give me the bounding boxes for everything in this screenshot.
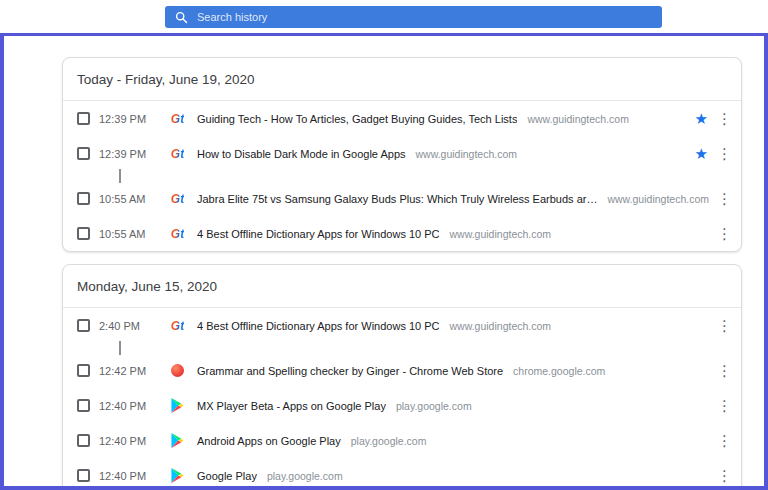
row-checkbox[interactable] bbox=[77, 399, 90, 412]
search-bar bbox=[165, 6, 662, 28]
row-checkbox[interactable] bbox=[77, 192, 90, 205]
site-domain: www.guidingtech.com bbox=[416, 148, 518, 160]
more-menu-icon[interactable]: ⋮ bbox=[717, 398, 731, 413]
row-checkbox[interactable] bbox=[77, 227, 90, 240]
history-content: Today - Friday, June 19, 2020 12:39 PM G… bbox=[0, 33, 768, 490]
history-link[interactable]: Jabra Elite 75t vs Samsung Galaxy Buds P… bbox=[197, 193, 597, 205]
visit-time: 2:40 PM bbox=[99, 320, 161, 332]
site-domain: www.guidingtech.com bbox=[450, 228, 552, 240]
visit-time: 10:55 AM bbox=[99, 228, 161, 240]
history-card: Today - Friday, June 19, 2020 12:39 PM G… bbox=[62, 57, 742, 252]
bookmark-star-icon[interactable]: ★ bbox=[695, 146, 708, 161]
more-menu-icon[interactable]: ⋮ bbox=[717, 433, 731, 448]
more-menu-icon[interactable]: ⋮ bbox=[717, 146, 731, 161]
time-connector-gap bbox=[63, 171, 741, 181]
history-link[interactable]: 4 Best Offline Dictionary Apps for Windo… bbox=[197, 320, 440, 332]
history-link[interactable]: Guiding Tech - How To Articles, Gadget B… bbox=[197, 113, 517, 125]
site-domain: play.google.com bbox=[351, 435, 427, 447]
date-heading: Monday, June 15, 2020 bbox=[63, 265, 741, 307]
row-checkbox[interactable] bbox=[77, 434, 90, 447]
history-toolbar bbox=[0, 0, 768, 33]
site-domain: www.guidingtech.com bbox=[607, 193, 709, 205]
row-checkbox[interactable] bbox=[77, 364, 90, 377]
site-domain: play.google.com bbox=[396, 400, 472, 412]
guidingtech-favicon: Gt bbox=[169, 319, 186, 333]
row-checkbox[interactable] bbox=[77, 319, 90, 332]
search-input[interactable] bbox=[197, 11, 652, 23]
history-row: 12:39 PM Gt Guiding Tech - How To Articl… bbox=[63, 101, 741, 136]
history-row: 2:40 PM Gt 4 Best Offline Dictionary App… bbox=[63, 308, 741, 343]
history-row: 12:40 PM MX Player Beta - Apps on Google… bbox=[63, 388, 741, 423]
visit-time: 12:39 PM bbox=[99, 113, 161, 125]
guidingtech-favicon: Gt bbox=[169, 112, 186, 126]
visit-time: 12:42 PM bbox=[99, 365, 161, 377]
history-card: Monday, June 15, 2020 2:40 PM Gt 4 Best … bbox=[62, 264, 742, 490]
more-menu-icon[interactable]: ⋮ bbox=[717, 363, 731, 378]
site-domain: chrome.google.com bbox=[513, 365, 605, 377]
google-play-icon bbox=[169, 433, 186, 448]
ginger-favicon bbox=[169, 364, 186, 377]
history-row: 10:55 AM Gt Jabra Elite 75t vs Samsung G… bbox=[63, 181, 741, 216]
history-link[interactable]: Grammar and Spelling checker by Ginger -… bbox=[197, 365, 503, 377]
history-row: 12:42 PM Grammar and Spelling checker by… bbox=[63, 353, 741, 388]
visit-time: 12:39 PM bbox=[99, 148, 161, 160]
visit-time: 12:40 PM bbox=[99, 435, 161, 447]
history-section: Today - Friday, June 19, 2020 12:39 PM G… bbox=[62, 57, 742, 252]
history-page: Today - Friday, June 19, 2020 12:39 PM G… bbox=[0, 0, 768, 490]
visit-time: 12:40 PM bbox=[99, 470, 161, 482]
time-connector-line bbox=[119, 169, 121, 183]
visit-time: 12:40 PM bbox=[99, 400, 161, 412]
history-link[interactable]: MX Player Beta - Apps on Google Play bbox=[197, 400, 386, 412]
history-link[interactable]: Android Apps on Google Play bbox=[197, 435, 341, 447]
site-domain: www.guidingtech.com bbox=[450, 320, 552, 332]
row-checkbox[interactable] bbox=[77, 112, 90, 125]
visit-time: 10:55 AM bbox=[99, 193, 161, 205]
history-link[interactable]: 4 Best Offline Dictionary Apps for Windo… bbox=[197, 228, 440, 240]
guidingtech-favicon: Gt bbox=[169, 192, 186, 206]
bookmark-star-icon[interactable]: ★ bbox=[695, 111, 708, 126]
history-row: 12:40 PM Android Apps on Google Play pla… bbox=[63, 423, 741, 458]
guidingtech-favicon: Gt bbox=[169, 227, 186, 241]
row-checkbox[interactable] bbox=[77, 147, 90, 160]
more-menu-icon[interactable]: ⋮ bbox=[717, 468, 731, 483]
row-checkbox[interactable] bbox=[77, 469, 90, 482]
history-row: 10:55 AM Gt 4 Best Offline Dictionary Ap… bbox=[63, 216, 741, 251]
more-menu-icon[interactable]: ⋮ bbox=[717, 191, 731, 206]
more-menu-icon[interactable]: ⋮ bbox=[717, 226, 731, 241]
more-menu-icon[interactable]: ⋮ bbox=[717, 318, 731, 333]
time-connector-gap bbox=[63, 343, 741, 353]
more-menu-icon[interactable]: ⋮ bbox=[717, 111, 731, 126]
guidingtech-favicon: Gt bbox=[169, 147, 186, 161]
history-link[interactable]: How to Disable Dark Mode in Google Apps bbox=[197, 148, 406, 160]
google-play-icon bbox=[169, 398, 186, 413]
site-domain: play.google.com bbox=[267, 470, 343, 482]
google-play-icon bbox=[169, 468, 186, 483]
date-heading: Today - Friday, June 19, 2020 bbox=[63, 58, 741, 100]
history-link[interactable]: Google Play bbox=[197, 470, 257, 482]
history-row: 12:39 PM Gt How to Disable Dark Mode in … bbox=[63, 136, 741, 171]
search-icon bbox=[175, 11, 188, 24]
history-row: 12:40 PM Google Play play.google.com bbox=[63, 458, 741, 490]
history-section: Monday, June 15, 2020 2:40 PM Gt 4 Best … bbox=[62, 264, 742, 490]
time-connector-line bbox=[119, 341, 121, 355]
site-domain: www.guidingtech.com bbox=[527, 113, 629, 125]
